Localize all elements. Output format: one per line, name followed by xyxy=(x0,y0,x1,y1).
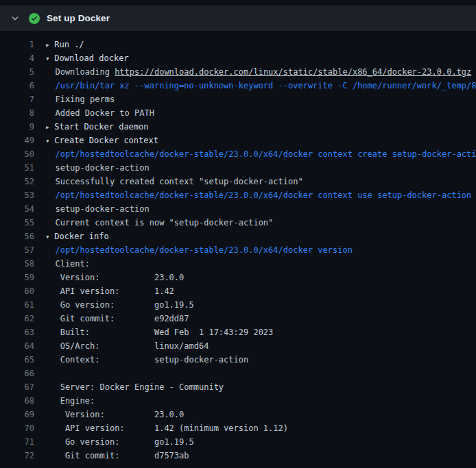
line-text: Go version: go1.19.5 xyxy=(45,435,194,449)
log-line: 70 API version: 1.42 (minimum version 1.… xyxy=(0,421,476,435)
chevron-down-icon[interactable] xyxy=(10,13,21,24)
line-text: Git commit: e92dd87 xyxy=(45,312,189,325)
line-number[interactable]: 49 xyxy=(0,134,45,147)
triangle-right-icon[interactable]: ▸ xyxy=(45,121,54,134)
line-number[interactable]: 6 xyxy=(0,79,45,93)
line-text: ▸Run ./ xyxy=(45,38,84,51)
log-line: 66 xyxy=(0,367,476,380)
log-line: 68 Engine: xyxy=(0,394,476,408)
log-line: 6/usr/bin/tar xz --warning=no-unknown-ke… xyxy=(0,79,476,93)
log-group-header[interactable]: 1▸Run ./ xyxy=(0,38,476,51)
line-text: Version: 23.0.0 xyxy=(45,408,184,421)
line-number[interactable]: 61 xyxy=(0,298,45,312)
group-title: Docker info xyxy=(54,232,108,241)
line-number[interactable]: 55 xyxy=(0,216,45,230)
line-text: setup-docker-action xyxy=(45,161,150,175)
line-text: Server: Docker Engine - Community xyxy=(45,380,224,394)
log-line: 50/opt/hostedtoolcache/docker-stable/23.… xyxy=(0,147,476,161)
line-number[interactable]: 68 xyxy=(0,394,45,408)
log-line: 60 API version: 1.42 xyxy=(0,284,476,298)
log-line: 62 Git commit: e92dd87 xyxy=(0,312,476,325)
line-text xyxy=(45,367,55,380)
line-text: ▾Create Docker context xyxy=(45,134,158,147)
line-number[interactable]: 64 xyxy=(0,339,45,353)
line-text: Engine: xyxy=(45,394,95,408)
log-line: 65 Context: setup-docker-action xyxy=(0,353,476,367)
line-text: ▾Docker info xyxy=(45,230,109,243)
log-line: 8Added Docker to PATH xyxy=(0,106,476,120)
line-number[interactable]: 71 xyxy=(0,435,45,449)
line-text: Fixing perms xyxy=(45,93,115,106)
log-viewer: Set up Docker 1▸Run ./4▾Download docker5… xyxy=(0,0,476,468)
line-text: Client: xyxy=(45,257,90,271)
log-line: 69 Version: 23.0.0 xyxy=(0,408,476,421)
line-text: /usr/bin/tar xz --warning=no-unknown-key… xyxy=(45,79,476,93)
log-line: 55Current context is now "setup-docker-a… xyxy=(0,216,476,230)
triangle-down-icon[interactable]: ▾ xyxy=(45,230,54,243)
log-line: 7Fixing perms xyxy=(0,93,476,106)
line-text: /opt/hostedtoolcache/docker-stable/23.0.… xyxy=(45,147,476,161)
triangle-down-icon[interactable]: ▾ xyxy=(45,134,54,147)
line-number[interactable]: 69 xyxy=(0,408,45,421)
log-line: 61 Go version: go1.19.5 xyxy=(0,298,476,312)
log-line: 71 Go version: go1.19.5 xyxy=(0,435,476,449)
line-number[interactable]: 58 xyxy=(0,257,45,271)
line-text: ▸Start Docker daemon xyxy=(45,120,149,134)
log-line: 59 Version: 23.0.0 xyxy=(0,271,476,284)
line-number[interactable]: 57 xyxy=(0,243,45,257)
line-number[interactable]: 8 xyxy=(0,106,45,120)
line-number[interactable]: 52 xyxy=(0,175,45,188)
line-number[interactable]: 1 xyxy=(0,38,45,51)
line-text: API version: 1.42 xyxy=(45,284,174,298)
line-number[interactable]: 7 xyxy=(0,93,45,106)
log-line: 53/opt/hostedtoolcache/docker-stable/23.… xyxy=(0,188,476,202)
group-title: Start Docker daemon xyxy=(54,122,148,132)
line-number[interactable]: 50 xyxy=(0,147,45,161)
triangle-down-icon[interactable]: ▾ xyxy=(45,52,54,65)
line-text: Go version: go1.19.5 xyxy=(45,298,194,312)
line-number[interactable]: 72 xyxy=(0,449,45,463)
line-number[interactable]: 62 xyxy=(0,312,45,325)
log-line: 52Successfully created context "setup-do… xyxy=(0,175,476,188)
log-line: 63 Built: Wed Feb 1 17:43:29 2023 xyxy=(0,325,476,339)
log-line: 51setup-docker-action xyxy=(0,161,476,175)
line-text: /opt/hostedtoolcache/docker-stable/23.0.… xyxy=(45,188,471,202)
log-group-header[interactable]: 56▾Docker info xyxy=(0,230,476,243)
line-text: Successfully created context "setup-dock… xyxy=(45,175,303,188)
log-line: 64 OS/Arch: linux/amd64 xyxy=(0,339,476,353)
line-number[interactable]: 9 xyxy=(0,120,45,134)
line-number[interactable]: 53 xyxy=(0,188,45,202)
line-text: Git commit: d7573ab xyxy=(45,449,189,463)
line-number[interactable]: 60 xyxy=(0,284,45,298)
line-number[interactable]: 51 xyxy=(0,161,45,175)
log-lines: 1▸Run ./4▾Download docker5Downloading ht… xyxy=(0,31,476,463)
line-number[interactable]: 4 xyxy=(0,51,45,65)
line-text: API version: 1.42 (minimum version 1.12) xyxy=(45,421,288,435)
step-header[interactable]: Set up Docker xyxy=(0,5,476,31)
line-number[interactable]: 5 xyxy=(0,65,45,79)
group-title: Download docker xyxy=(54,53,128,63)
log-url-link[interactable]: https://download.docker.com/linux/static… xyxy=(115,67,471,77)
log-line: 57/opt/hostedtoolcache/docker-stable/23.… xyxy=(0,243,476,257)
line-number[interactable]: 54 xyxy=(0,202,45,216)
line-number[interactable]: 70 xyxy=(0,421,45,435)
log-group-header[interactable]: 49▾Create Docker context xyxy=(0,134,476,147)
line-text: Context: setup-docker-action xyxy=(45,353,248,367)
line-number[interactable]: 65 xyxy=(0,353,45,367)
line-text: setup-docker-action xyxy=(45,202,150,216)
line-number[interactable]: 56 xyxy=(0,230,45,243)
triangle-right-icon[interactable]: ▸ xyxy=(45,38,54,51)
line-number[interactable]: 67 xyxy=(0,380,45,394)
log-group-header[interactable]: 4▾Download docker xyxy=(0,51,476,65)
line-text: ▾Download docker xyxy=(45,51,129,65)
line-number[interactable]: 66 xyxy=(0,367,45,380)
check-circle-icon xyxy=(29,13,40,24)
line-text: Current context is now "setup-docker-act… xyxy=(45,216,273,230)
line-number[interactable]: 63 xyxy=(0,325,45,339)
line-text: Added Docker to PATH xyxy=(45,106,154,120)
log-line: 67 Server: Docker Engine - Community xyxy=(0,380,476,394)
log-group-header[interactable]: 9▸Start Docker daemon xyxy=(0,120,476,134)
line-number[interactable]: 59 xyxy=(0,271,45,284)
line-text: OS/Arch: linux/amd64 xyxy=(45,339,209,353)
line-text: /opt/hostedtoolcache/docker-stable/23.0.… xyxy=(45,243,353,257)
